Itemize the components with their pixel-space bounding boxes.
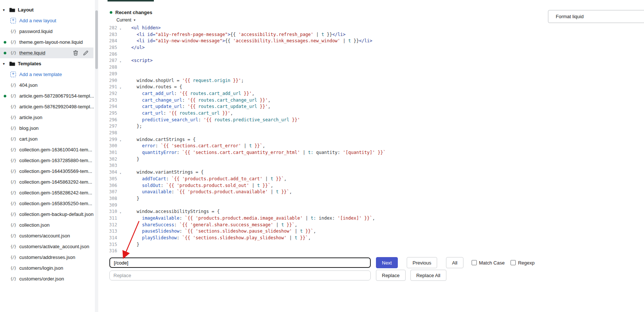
fold-gutter (117, 64, 124, 71)
modified-dot-icon (4, 41, 6, 43)
file-item[interactable]: {/}customers/order.json (0, 273, 93, 284)
file-item[interactable]: {/}article.json (0, 112, 93, 123)
fold-gutter (117, 196, 124, 202)
line-number: 288 (99, 64, 117, 71)
pencil-icon[interactable] (83, 50, 88, 56)
file-tree: ▾Layout+Add a new layout{/}password.liqu… (0, 0, 93, 284)
file-item[interactable]: {/}collection.gem-1658286242-tem... (0, 187, 93, 198)
code-line: 289 (99, 71, 386, 78)
code-text: } (131, 196, 139, 202)
file-item[interactable]: {/}customers/login.json (0, 263, 93, 273)
liquid-file-icon: {/} (10, 266, 16, 270)
code-line: 299▾ window.cartStrings = { (99, 137, 386, 143)
fold-arrow-icon[interactable]: ▾ (117, 25, 124, 32)
code-line: 314 playSlideshow: `{{ 'sections.slidesh… (99, 235, 386, 242)
recent-changes-header: Recent changes (110, 10, 152, 15)
code-area[interactable]: 282▾<ul hidden>283 <li id="a11y-refresh-… (99, 25, 386, 254)
code-line: 294 cart_update_url: '{{ routes.cart_upd… (99, 104, 386, 110)
file-item[interactable]: {/}customers/account.json (0, 230, 93, 241)
find-previous-button[interactable]: Previous (407, 257, 437, 268)
line-number: 283 (99, 32, 117, 38)
line-number: 297 (99, 123, 117, 130)
file-item[interactable]: {/}article.gem-587629920498-templ... (0, 101, 93, 112)
file-item[interactable]: {/}collection.gem-backup-default.json (0, 209, 93, 220)
regexp-checkbox[interactable] (511, 260, 516, 265)
fold-arrow-icon[interactable]: ▾ (117, 208, 124, 215)
line-number: 315 (99, 242, 117, 248)
match-case-group: Match Case (472, 260, 505, 266)
file-item[interactable]: {/}404.json (0, 80, 93, 91)
fold-gutter (117, 156, 124, 163)
folder-expand-chevron-down-icon: ▾ (3, 62, 7, 66)
code-text: window.routes = { (131, 84, 182, 91)
line-number: 303 (99, 162, 117, 169)
replace-button[interactable]: Replace (376, 270, 406, 281)
fold-arrow-icon[interactable]: ▾ (117, 137, 124, 143)
liquid-file-icon: {/} (10, 51, 16, 55)
add-new-file-link[interactable]: +Add a new layout (0, 15, 93, 26)
file-name: theme.gem-layout-none.liquid (19, 39, 83, 45)
line-number: 307 (99, 189, 117, 196)
fold-arrow-icon[interactable]: ▾ (117, 169, 124, 176)
liquid-file-icon: {/} (10, 40, 16, 44)
file-name: 404.json (19, 82, 37, 88)
fold-arrow-icon[interactable]: ▾ (117, 84, 124, 91)
find-input[interactable] (109, 257, 371, 268)
file-name: collection.gem-backup-default.json (19, 211, 93, 217)
file-item[interactable]: {/}collection.json (0, 220, 93, 230)
code-line: 290 window.shopUrl = '{{ request.origin … (99, 78, 386, 84)
fold-gutter (117, 222, 124, 229)
code-line: 295 cart_url: '{{ routes.cart_url }}', (99, 110, 386, 117)
code-text: cart_url: '{{ routes.cart_url }}', (131, 110, 233, 117)
file-item[interactable]: {/}collection.gem-1645863292-tem... (0, 177, 93, 187)
find-all-button[interactable]: All (446, 257, 463, 268)
liquid-file-icon: {/} (10, 169, 16, 173)
file-item[interactable]: {/}collection.gem-1636100401-tem... (0, 144, 93, 155)
add-new-file-link[interactable]: +Add a new template (0, 69, 93, 80)
file-item[interactable]: {/}theme.liquid (0, 47, 93, 58)
file-item[interactable]: {/}customers/activate_account.json (0, 241, 93, 252)
find-next-button[interactable]: Next (376, 257, 398, 268)
file-item[interactable]: {/}article.gem-587280679154-templ... (0, 91, 93, 101)
line-number: 299 (99, 137, 117, 143)
match-case-checkbox[interactable] (472, 260, 477, 265)
line-number: 308 (99, 196, 117, 202)
file-name: article.gem-587280679154-templ... (19, 93, 94, 99)
replace-input[interactable] (109, 270, 371, 280)
fold-arrow-icon[interactable]: ▾ (117, 58, 124, 64)
code-line: 293 cart_change_url: '{{ routes.cart_cha… (99, 97, 386, 104)
fold-gutter (117, 104, 124, 110)
liquid-file-icon: {/} (10, 223, 16, 227)
fold-gutter (117, 97, 124, 104)
file-item[interactable]: {/}theme.gem-layout-none.liquid (0, 37, 93, 47)
trash-icon[interactable] (73, 50, 78, 56)
file-item[interactable]: {/}password.liquid (0, 26, 93, 37)
format-liquid-button[interactable]: Format liquid (548, 10, 644, 23)
add-link-label: Add a new template (19, 72, 62, 77)
file-item[interactable]: {/}cart.json (0, 134, 93, 144)
folder-label: Templates (18, 61, 41, 66)
file-item[interactable]: {/}customers/addresses.json (0, 252, 93, 263)
file-item[interactable]: {/}collection.gem-1658305250-tem... (0, 198, 93, 209)
file-name: collection.gem-1637285880-tem... (19, 158, 92, 163)
chevron-down-icon: ▼ (133, 19, 136, 22)
version-selector[interactable]: Current ▼ (116, 17, 136, 23)
line-number: 285 (99, 45, 117, 51)
file-item[interactable]: {/}collection.gem-1637285880-tem... (0, 155, 93, 166)
folder-layout[interactable]: ▾Layout (0, 4, 93, 15)
file-item[interactable]: {/}collection.gem-1644305569-tem... (0, 166, 93, 177)
replace-all-button[interactable]: Replace All (410, 270, 446, 281)
fold-gutter (117, 162, 124, 169)
code-text: window.cartStrings = { (131, 137, 195, 143)
code-line: 301 quantityError: `{{ 'sections.cart.ca… (99, 150, 386, 156)
sidebar-scrollbar-thumb[interactable] (95, 10, 98, 69)
line-number: 300 (99, 143, 117, 150)
file-name: customers/addresses.json (19, 254, 75, 260)
code-line: 287▾<script> (99, 58, 386, 64)
folder-templates[interactable]: ▾Templates (0, 58, 93, 69)
fold-gutter (117, 150, 124, 156)
code-text: addToCart: `{{ 'products.product.add_to_… (131, 176, 287, 183)
file-item[interactable]: {/}blog.json (0, 123, 93, 134)
code-line: 313 pauseSlideshow: `{{ 'sections.slides… (99, 228, 386, 235)
line-number: 316 (99, 248, 117, 254)
